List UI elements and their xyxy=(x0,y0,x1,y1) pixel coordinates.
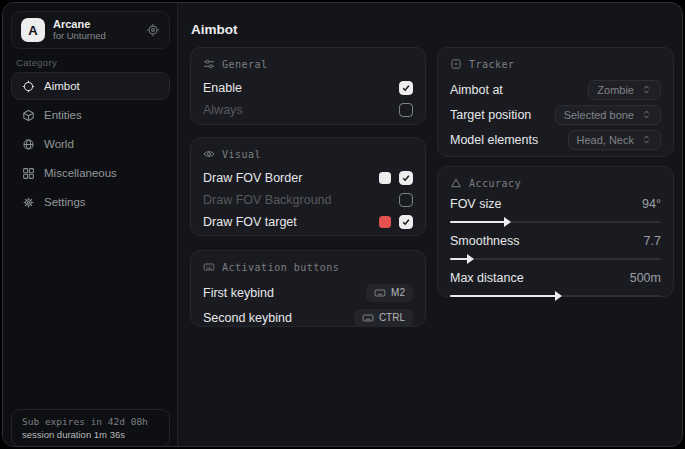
max-distance-slider[interactable] xyxy=(450,295,661,297)
second-keybind-button[interactable]: CTRL xyxy=(354,309,413,327)
model-elements-dropdown[interactable]: Head, Neck xyxy=(568,130,661,150)
setting-label: Draw FOV Border xyxy=(203,171,302,185)
color-swatch[interactable] xyxy=(379,172,391,184)
session-duration-text: session duration 1m 36s xyxy=(22,429,159,440)
subscription-info: Sub expires in 42d 08h session duration … xyxy=(11,409,170,447)
keyboard-icon xyxy=(203,261,215,273)
slider-value: 500m xyxy=(630,271,661,285)
triangle-icon xyxy=(450,177,462,189)
sidebar-nav: Aimbot Entities World xyxy=(11,72,170,217)
slider-labels: Max distance 500m xyxy=(450,270,661,286)
eye-icon xyxy=(203,148,215,160)
setting-label: Max distance xyxy=(450,271,524,285)
slider-group-smoothness: Smoothness 7.7 xyxy=(450,233,661,260)
check-icon xyxy=(401,217,411,227)
setting-row-always: Always xyxy=(203,99,413,121)
smoothness-slider[interactable] xyxy=(450,258,661,260)
fov-background-checkbox[interactable] xyxy=(399,193,413,207)
card-general: General Enable Always xyxy=(190,47,426,125)
setting-row-fov-background: Draw FOV Background xyxy=(203,189,413,211)
slider-fill xyxy=(450,295,556,297)
setting-label: Draw FOV Background xyxy=(203,193,332,207)
setting-row-model-elements: Model elements Head, Neck xyxy=(450,127,661,152)
cube-icon xyxy=(22,109,35,122)
card-accuracy: Accuracy FOV size 94° Smoothness 7.7 xyxy=(437,166,674,297)
card-title: Tracker xyxy=(469,59,515,70)
card-title: Accuracy xyxy=(469,178,521,189)
card-activation-buttons: Activation buttons First keybind M2 Seco… xyxy=(190,250,426,327)
brand-subtitle: for Unturned xyxy=(53,31,138,42)
setting-label: Target position xyxy=(450,108,531,122)
card-visual: Visual Draw FOV Border Draw FOV Backgrou… xyxy=(190,137,426,236)
check-icon xyxy=(401,173,411,183)
setting-label: Model elements xyxy=(450,133,538,147)
fov-target-checkbox[interactable] xyxy=(399,215,413,229)
card-visual-header: Visual xyxy=(203,148,413,160)
slider-fill xyxy=(450,221,505,223)
chevron-up-down-icon xyxy=(641,109,652,120)
slider-value: 7.7 xyxy=(644,234,661,248)
chevron-up-down-icon xyxy=(641,84,652,95)
gear-icon xyxy=(22,196,35,209)
fov-size-slider[interactable] xyxy=(450,221,661,223)
fov-border-checkbox[interactable] xyxy=(399,171,413,185)
grid-icon xyxy=(22,167,35,180)
screen: A Arcane for Unturned Category xyxy=(0,0,685,449)
always-checkbox[interactable] xyxy=(399,103,413,117)
sidebar-item-label: Settings xyxy=(44,196,86,208)
sidebar-item-settings[interactable]: Settings xyxy=(11,188,170,216)
keybind-value: CTRL xyxy=(379,312,405,323)
dropdown-value: Head, Neck xyxy=(577,134,634,146)
page-title: Aimbot xyxy=(191,22,238,37)
slider-thumb[interactable] xyxy=(555,291,562,301)
sidebar-item-miscellaneous[interactable]: Miscellaneous xyxy=(11,159,170,187)
sidebar-item-entities[interactable]: Entities xyxy=(11,101,170,129)
setting-row-fov-target: Draw FOV target xyxy=(203,211,413,233)
card-title: General xyxy=(222,59,268,70)
globe-icon xyxy=(22,138,35,151)
target-position-dropdown[interactable]: Selected bone xyxy=(555,105,661,125)
gear-icon[interactable] xyxy=(146,23,160,37)
slider-value: 94° xyxy=(642,197,661,211)
sidebar-item-label: Entities xyxy=(44,109,82,121)
keyboard-icon xyxy=(374,287,386,299)
app-window: A Arcane for Unturned Category xyxy=(2,2,683,447)
setting-row-second-keybind: Second keybind CTRL xyxy=(203,305,413,330)
card-activation-header: Activation buttons xyxy=(203,261,413,273)
slider-labels: FOV size 94° xyxy=(450,196,661,212)
setting-row-target-position: Target position Selected bone xyxy=(450,102,661,127)
crosshair-icon xyxy=(22,80,35,93)
setting-label: Always xyxy=(203,103,243,117)
sidebar-item-label: Aimbot xyxy=(44,80,80,92)
setting-label: First keybind xyxy=(203,286,274,300)
dropdown-value: Selected bone xyxy=(564,109,634,121)
card-general-header: General xyxy=(203,58,413,70)
category-label: Category xyxy=(16,57,57,68)
card-tracker: Tracker Aimbot at Zombie Target position… xyxy=(437,47,674,157)
app-logo: A xyxy=(21,18,45,42)
sidebar-item-aimbot[interactable]: Aimbot xyxy=(11,72,170,100)
sidebar-item-world[interactable]: World xyxy=(11,130,170,158)
slider-group-fov-size: FOV size 94° xyxy=(450,196,661,223)
aimbot-at-dropdown[interactable]: Zombie xyxy=(588,80,661,100)
dropdown-value: Zombie xyxy=(597,84,634,96)
card-title: Activation buttons xyxy=(222,262,339,273)
enable-checkbox[interactable] xyxy=(399,81,413,95)
slider-thumb[interactable] xyxy=(504,217,511,227)
setting-label: FOV size xyxy=(450,197,501,211)
slider-group-max-distance: Max distance 500m xyxy=(450,270,661,297)
setting-label: Second keybind xyxy=(203,311,292,325)
slider-fill xyxy=(450,258,468,260)
color-swatch[interactable] xyxy=(379,216,391,228)
sliders-icon xyxy=(203,58,215,70)
slider-thumb[interactable] xyxy=(467,254,474,264)
chevron-up-down-icon xyxy=(641,134,652,145)
keyboard-icon xyxy=(362,312,374,324)
card-accuracy-header: Accuracy xyxy=(450,177,661,189)
card-tracker-header: Tracker xyxy=(450,58,661,70)
first-keybind-button[interactable]: M2 xyxy=(366,284,413,302)
slider-labels: Smoothness 7.7 xyxy=(450,233,661,249)
brand-name: Arcane xyxy=(53,18,138,31)
setting-row-first-keybind: First keybind M2 xyxy=(203,280,413,305)
brand-text: Arcane for Unturned xyxy=(53,18,138,42)
